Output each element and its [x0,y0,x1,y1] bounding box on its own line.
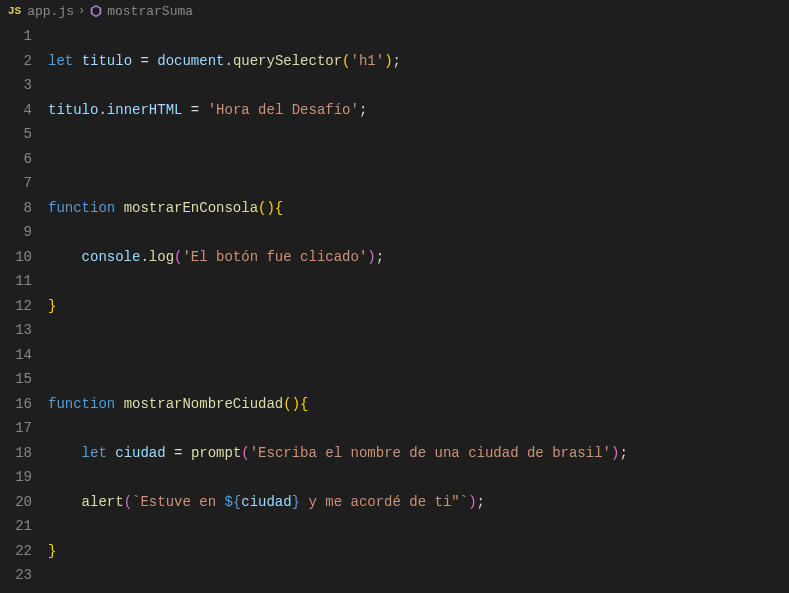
code-line[interactable]: } [48,539,789,564]
line-number: 2 [0,49,32,74]
line-number: 1 [0,24,32,49]
line-number: 9 [0,220,32,245]
line-number: 12 [0,294,32,319]
code-line[interactable]: console.log('El botón fue clicado'); [48,245,789,270]
chevron-right-icon: › [78,4,85,18]
breadcrumb-symbol[interactable]: mostrarSuma [107,4,193,19]
code-line[interactable]: alert(`Estuve en ${ciudad} y me acordé d… [48,490,789,515]
line-number: 11 [0,269,32,294]
code-line[interactable] [48,343,789,368]
code-line[interactable]: } [48,294,789,319]
code-line[interactable]: let ciudad = prompt('Escriba el nombre d… [48,441,789,466]
line-number: 6 [0,147,32,172]
code-line[interactable]: let titulo = document.querySelector('h1'… [48,49,789,74]
code-line[interactable]: function mostrarNombreCiudad(){ [48,392,789,417]
line-number: 22 [0,539,32,564]
code-line[interactable]: titulo.innerHTML = 'Hora del Desafío'; [48,98,789,123]
line-number: 3 [0,73,32,98]
line-number: 18 [0,441,32,466]
line-number: 20 [0,490,32,515]
breadcrumb: JS app.js › mostrarSuma [0,0,789,22]
code-line[interactable]: function mostrarEnConsola(){ [48,196,789,221]
line-number: 16 [0,392,32,417]
code-editor[interactable]: 1 2 3 4 5 6 7 8 9 10 11 12 13 14 15 16 1… [0,22,789,593]
line-number: 4 [0,98,32,123]
line-number: 10 [0,245,32,270]
breadcrumb-file[interactable]: app.js [27,4,74,19]
line-number: 15 [0,367,32,392]
code-line[interactable] [48,588,789,594]
line-number: 5 [0,122,32,147]
method-icon [89,4,103,18]
line-number: 19 [0,465,32,490]
line-number: 7 [0,171,32,196]
line-number: 23 [0,563,32,588]
line-number: 8 [0,196,32,221]
code-line[interactable] [48,147,789,172]
line-number: 21 [0,514,32,539]
js-file-icon: JS [8,5,21,17]
code-content[interactable]: let titulo = document.querySelector('h1'… [48,24,789,593]
line-number: 14 [0,343,32,368]
line-number: 17 [0,416,32,441]
line-number-gutter: 1 2 3 4 5 6 7 8 9 10 11 12 13 14 15 16 1… [0,24,48,593]
line-number: 13 [0,318,32,343]
